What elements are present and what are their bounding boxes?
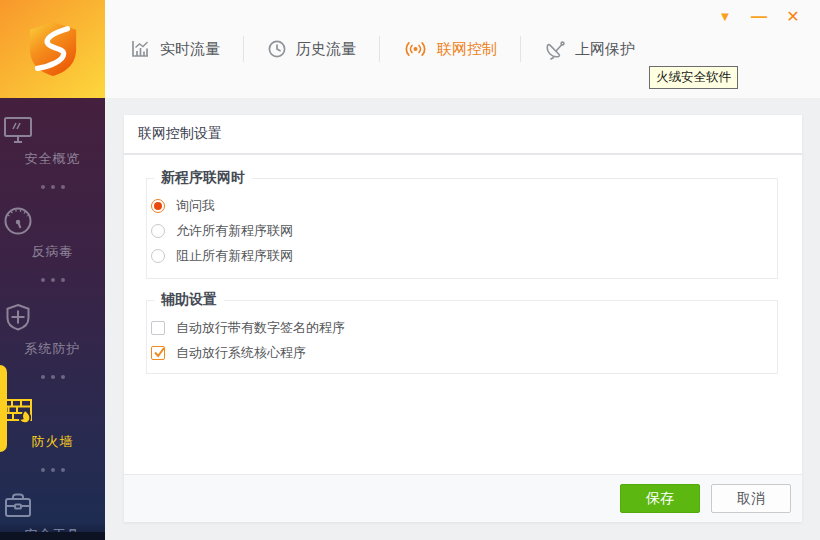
ellipsis-dots	[0, 463, 105, 472]
checkbox-option-auto-allow-system-core[interactable]: 自动放行系统核心程序	[151, 340, 777, 365]
nav-tab-history-traffic[interactable]: 历史流量	[267, 39, 356, 59]
sidebar-item-label: 防火墙	[0, 433, 105, 451]
nav-separator	[243, 36, 244, 62]
window-bottom-edge	[0, 532, 105, 540]
save-button[interactable]: 保存	[620, 484, 700, 513]
nav-tab-label: 联网控制	[437, 40, 497, 59]
checkbox-label: 自动放行带有数字签名的程序	[176, 319, 345, 337]
panel-footer: 保存 取消	[124, 474, 802, 522]
checkbox-checked-icon[interactable]	[151, 346, 165, 360]
radio-label: 询问我	[176, 197, 215, 215]
checkbox-label: 自动放行系统核心程序	[176, 344, 306, 362]
sidebar-item-security-overview[interactable]: 安全概览	[0, 114, 105, 168]
bar-chart-icon	[130, 39, 151, 59]
satellite-icon	[544, 38, 566, 60]
nav-separator	[379, 36, 380, 62]
app-logo-area	[0, 0, 105, 98]
cancel-button[interactable]: 取消	[711, 484, 791, 513]
shield-icon	[0, 300, 105, 336]
sidebar-item-label: 安全概览	[0, 150, 105, 168]
radio-unselected-icon[interactable]	[151, 249, 165, 263]
nav-tab-label: 实时流量	[160, 40, 220, 59]
nav-tab-label: 上网保护	[575, 40, 635, 59]
gauge-icon	[0, 203, 105, 239]
section-legend: 辅助设置	[154, 291, 224, 309]
ellipsis-dots	[0, 273, 105, 282]
sidebar-item-system-protection[interactable]: 系统防护	[0, 300, 105, 358]
settings-panel: 联网控制设置 新程序联网时 询问我 允许所有新程序联网 阻止所有新程序联网 辅助…	[124, 115, 802, 522]
firewall-icon	[0, 395, 105, 429]
nav-tab-label: 历史流量	[296, 40, 356, 59]
window-controls: ▼ — ✕	[708, 6, 810, 28]
sidebar-item-label: 系统防护	[0, 340, 105, 358]
section-legend: 新程序联网时	[154, 169, 252, 187]
section-new-program-connect: 新程序联网时 询问我 允许所有新程序联网 阻止所有新程序联网	[146, 178, 778, 279]
window-minimize-button[interactable]: —	[742, 6, 776, 28]
window-menu-button[interactable]: ▼	[708, 6, 742, 28]
nav-tab-network-control[interactable]: 联网控制	[403, 39, 497, 59]
sidebar-item-firewall[interactable]: 防火墙	[0, 395, 105, 451]
top-navigation: 实时流量 历史流量 联网控制	[130, 0, 635, 98]
radio-option-ask-me[interactable]: 询问我	[151, 193, 777, 218]
broadcast-icon	[403, 39, 428, 59]
app-logo-icon	[26, 20, 80, 78]
radio-label: 允许所有新程序联网	[176, 222, 293, 240]
panel-title: 联网控制设置	[124, 115, 802, 155]
radio-selected-icon[interactable]	[151, 199, 165, 213]
ellipsis-dots	[0, 180, 105, 189]
window-close-button[interactable]: ✕	[776, 6, 810, 28]
toolbox-icon	[0, 488, 105, 522]
section-auxiliary-settings: 辅助设置 自动放行带有数字签名的程序 自动放行系统核心程序	[146, 300, 778, 374]
checkbox-unchecked-icon[interactable]	[151, 321, 165, 335]
radio-option-allow-all[interactable]: 允许所有新程序联网	[151, 218, 777, 243]
app-tooltip: 火绒安全软件	[649, 66, 738, 89]
radio-label: 阻止所有新程序联网	[176, 247, 293, 265]
nav-tab-web-protection[interactable]: 上网保护	[544, 38, 635, 60]
nav-tab-realtime-traffic[interactable]: 实时流量	[130, 39, 220, 59]
monitor-icon	[0, 114, 105, 146]
sidebar-item-label: 反病毒	[0, 243, 105, 261]
radio-unselected-icon[interactable]	[151, 224, 165, 238]
clock-icon	[267, 39, 287, 59]
checkbox-option-auto-allow-signed[interactable]: 自动放行带有数字签名的程序	[151, 315, 777, 340]
nav-separator	[520, 36, 521, 62]
ellipsis-dots	[0, 370, 105, 379]
sidebar-item-antivirus[interactable]: 反病毒	[0, 203, 105, 261]
sidebar: 安全概览 反病毒 系统防护	[0, 98, 105, 540]
radio-option-block-all[interactable]: 阻止所有新程序联网	[151, 243, 777, 268]
